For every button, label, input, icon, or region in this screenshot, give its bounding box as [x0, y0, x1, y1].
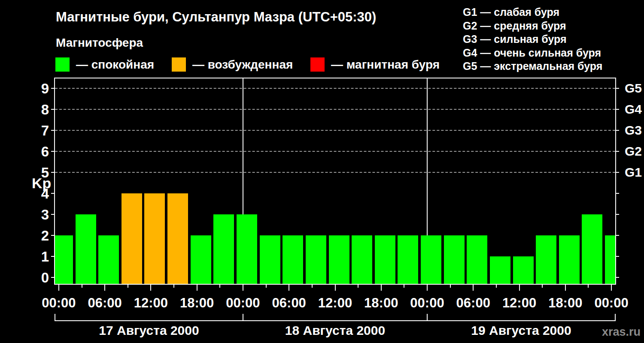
y-tick-label: 6 [23, 144, 49, 159]
kp-bar [167, 193, 188, 284]
y-axis-tick-right [615, 235, 619, 236]
y-tick-label: 1 [23, 250, 49, 264]
y-axis-title: Kp [32, 175, 51, 192]
kp-bar [237, 214, 257, 284]
x-axis-tick [266, 284, 267, 288]
x-axis-tick [150, 284, 151, 291]
date-label: 17 Августа 2000 [85, 324, 213, 337]
y-axis-tick [51, 235, 55, 236]
date-bracket-tick [427, 314, 428, 321]
y-tick-label: 3 [23, 208, 49, 222]
y-axis-tick [51, 109, 55, 110]
x-axis-tick [58, 284, 59, 291]
y-axis-tick [51, 214, 55, 215]
x-axis-tick [542, 284, 543, 288]
magnetic-storms-chart: Магнитные бури, Сультанпур Мазра (UTC+05… [0, 0, 644, 343]
g-scale-legend: G1 — слабая буря G2 — средняя буря G3 — … [463, 6, 602, 73]
x-tick-label: 00:00 [217, 296, 269, 310]
kp-bar [559, 235, 580, 284]
x-tick-label: 06:00 [263, 296, 315, 310]
right-axis-label-g1: G1 [625, 166, 642, 179]
kp-bar [144, 193, 165, 284]
kp-bar [191, 235, 211, 284]
excited-color-swatch [172, 57, 186, 72]
kp-bar [536, 235, 556, 284]
y-axis-tick [51, 193, 55, 194]
g5-legend-line: G5 — экстремальная буря [463, 60, 602, 73]
kp-bar [98, 235, 119, 284]
g2-legend-line: G2 — средняя буря [463, 19, 602, 33]
x-axis-tick [381, 284, 382, 291]
page-title: Магнитные бури, Сультанпур Мазра (UTC+05… [56, 9, 376, 25]
date-bracket-tick [243, 314, 243, 321]
gridline-kp5 [55, 172, 615, 173]
plot-area [55, 78, 615, 284]
x-tick-label: 00:00 [401, 296, 453, 310]
x-axis-tick [219, 284, 220, 288]
y-tick-label: 2 [23, 229, 49, 243]
x-axis-tick [496, 284, 497, 288]
y-axis-tick-right [615, 151, 619, 152]
date-bracket-tick [55, 314, 55, 321]
y-tick-label: 8 [23, 102, 49, 117]
x-axis-tick [565, 284, 566, 291]
storm-label: — магнитная буря [331, 58, 440, 72]
y-axis-tick-right [615, 256, 619, 257]
x-axis-tick [197, 284, 197, 291]
quiet-label: — спокойная [76, 58, 154, 72]
gridline-kp7 [55, 130, 615, 131]
magnetosphere-subtitle: Магнитосфера [56, 36, 143, 50]
g1-legend-line: G1 — слабая буря [463, 6, 602, 19]
x-axis-tick [128, 284, 128, 288]
x-tick-label: 00:00 [586, 296, 637, 310]
y-axis-tick-right [615, 214, 619, 215]
x-axis-tick [82, 284, 82, 288]
kp-bar [490, 256, 510, 284]
x-axis-tick [335, 284, 336, 291]
date-bracket-tick [615, 314, 616, 321]
x-axis-tick [404, 284, 404, 288]
kp-bar [398, 235, 418, 284]
kp-bar [582, 214, 602, 284]
y-axis-tick-right [615, 109, 619, 110]
kp-bar [444, 235, 465, 284]
x-axis-tick [611, 284, 612, 291]
x-axis-tick [243, 284, 243, 291]
date-label: 19 Августа 2000 [457, 324, 586, 337]
y-axis-tick [51, 172, 55, 173]
y-axis-tick-right [615, 130, 619, 131]
kp-bar [260, 235, 280, 284]
date-bracket-line [55, 320, 615, 321]
g3-legend-line: G3 — сильная буря [463, 33, 602, 46]
storm-color-swatch [310, 57, 325, 72]
y-axis-tick [51, 130, 55, 131]
gridline-kp6 [55, 151, 615, 152]
watermark: xras.ru [602, 325, 641, 339]
x-axis-tick [173, 284, 174, 288]
right-axis-label-g4: G4 [625, 103, 642, 116]
kp-bar [213, 214, 234, 284]
gridline-kp9 [55, 88, 615, 89]
kp-bar [76, 214, 96, 284]
x-axis-tick [312, 284, 313, 288]
gridline-kp8 [55, 109, 615, 110]
y-tick-label: 7 [23, 123, 49, 138]
x-axis-tick [427, 284, 428, 291]
x-axis-tick [519, 284, 520, 291]
y-axis-tick-right [615, 88, 619, 89]
y-axis-tick-right [615, 277, 619, 278]
x-tick-label: 18:00 [540, 296, 591, 310]
excited-label: — возбужденная [192, 58, 293, 72]
x-axis-tick [358, 284, 358, 288]
kp-bar [467, 235, 487, 284]
x-tick-label: 00:00 [33, 296, 85, 310]
x-tick-label: 18:00 [355, 296, 407, 310]
right-axis-label-g2: G2 [625, 145, 642, 158]
kp-bar [283, 235, 303, 284]
y-axis-tick [51, 277, 55, 278]
y-axis-tick-right [615, 172, 619, 173]
kp-bar [605, 235, 615, 284]
right-axis-label-g5: G5 [625, 82, 642, 95]
x-tick-label: 12:00 [494, 296, 545, 310]
right-axis-label-g3: G3 [625, 124, 642, 137]
